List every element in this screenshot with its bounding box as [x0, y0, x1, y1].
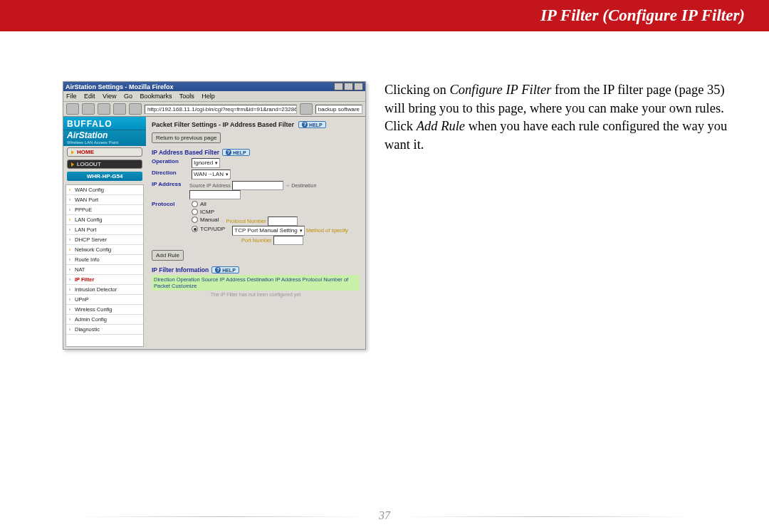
chevron-icon: › — [66, 236, 73, 243]
chevron-icon: › — [66, 296, 73, 303]
url-input[interactable]: http://192.168.11.1/cgi-bin/cgi?req=frm&… — [145, 105, 297, 114]
logout-label: LOGOUT — [77, 161, 101, 167]
direction-select[interactable]: WAN→LAN — [192, 169, 231, 179]
menu-help[interactable]: Help — [202, 93, 215, 100]
menu-file[interactable]: File — [66, 93, 77, 100]
sidebar-item-label: Intrusion Detector — [73, 285, 143, 294]
label-ipaddress: IP Address — [152, 181, 189, 187]
sidebar-item[interactable]: ›Route Info — [66, 255, 143, 265]
sidebar-item[interactable]: ›WAN Port — [66, 195, 143, 205]
row-direction: Direction WAN→LAN — [152, 169, 360, 180]
help-button[interactable]: HELP — [222, 149, 250, 156]
sidebar-item[interactable]: ›Admin Config — [66, 315, 143, 325]
manual-page: IP Filter (Configure IP Filter) AirStati… — [0, 0, 769, 532]
reload-button[interactable] — [98, 103, 110, 115]
row-ipaddress: IP Address Source IP Address → Destinati… — [152, 180, 360, 200]
return-button[interactable]: Return to previous page — [152, 132, 221, 143]
sidebar-item-label: UPnP — [73, 295, 143, 304]
maximize-button[interactable] — [344, 83, 353, 90]
table-header: Direction Operation Source IP Address De… — [152, 275, 360, 291]
menu-bookmarks[interactable]: Bookmarks — [140, 93, 172, 100]
panel-title: Packet Filter Settings - IP Address Base… — [152, 121, 294, 128]
radio-manual[interactable]: Manual — [192, 217, 219, 223]
panel-heading: Packet Filter Settings - IP Address Base… — [152, 121, 360, 128]
radio-all[interactable]: All — [192, 201, 206, 207]
browser-window: AirStation Settings - Mozilla Firefox Fi… — [63, 81, 366, 350]
help-button[interactable]: HELP — [211, 266, 239, 273]
sidebar-item-label: Route Info — [73, 255, 143, 264]
sidebar-item-label: NAT — [73, 265, 143, 274]
chevron-icon: › — [66, 266, 73, 273]
sidebar-item[interactable]: ›WAN Config — [66, 185, 143, 195]
protocol-number-input[interactable] — [268, 217, 298, 226]
sidebar-item[interactable]: ›IP Filter — [66, 275, 143, 285]
back-button[interactable] — [66, 103, 79, 115]
ip-source-input[interactable] — [232, 181, 283, 190]
sidebar-item-label: Wireless Config — [73, 305, 143, 314]
sidebar-item-label: WAN Port — [73, 195, 143, 204]
search-input[interactable]: backup software — [315, 105, 362, 114]
sidebar-item[interactable]: ›DHCP Server — [66, 235, 143, 245]
close-button[interactable] — [354, 83, 363, 90]
ip-dest-label: → Destination — [285, 183, 316, 188]
sidebar-item-label: Diagnostic — [73, 325, 143, 334]
menu-tools[interactable]: Tools — [179, 93, 194, 100]
chevron-icon: › — [66, 276, 73, 283]
section-ip-info: IP Filter Information HELP — [152, 266, 360, 273]
port-method-select[interactable]: TCP Port Manual Setting — [232, 226, 304, 236]
sidebar-item-label: PPPoE — [73, 205, 143, 214]
chevron-icon: › — [66, 197, 73, 203]
port-number-input[interactable] — [273, 236, 303, 245]
row-protocol: Protocol All ICMP Manual Protocol Number — [152, 200, 360, 246]
ip-dest-input[interactable] — [189, 190, 241, 199]
sidebar-item[interactable]: ›Network Config — [66, 245, 143, 255]
main-panel: Packet Filter Settings - IP Address Base… — [146, 117, 365, 349]
window-title: AirStation Settings - Mozilla Firefox — [66, 83, 174, 90]
sidebar-item[interactable]: ›Intrusion Detector — [66, 285, 143, 295]
page-number-value: 37 — [379, 509, 390, 521]
sidebar-item[interactable]: ›PPPoE — [66, 205, 143, 215]
operation-select[interactable]: Ignored — [192, 158, 220, 168]
brand-airstation: AirStation Wireless LAN Access Point — [63, 130, 146, 146]
sidebar-item[interactable]: ›NAT — [66, 265, 143, 275]
chevron-icon: › — [66, 316, 73, 323]
menu-view[interactable]: View — [103, 93, 116, 100]
radio-icmp-label: ICMP — [200, 209, 214, 215]
desc-t1: Clicking on — [384, 83, 449, 97]
go-button[interactable] — [300, 103, 313, 115]
home-button[interactable] — [129, 103, 142, 115]
sidebar-item[interactable]: ›LAN Port — [66, 225, 143, 235]
add-rule-button[interactable]: Add Rule — [152, 250, 184, 261]
arrow-icon — [71, 150, 74, 155]
brand-subtitle: Wireless LAN Access Point — [67, 140, 142, 145]
address-bar: http://192.168.11.1/cgi-bin/cgi?req=frm&… — [63, 102, 365, 117]
window-titlebar: AirStation Settings - Mozilla Firefox — [63, 82, 365, 91]
sidebar-item-label: IP Filter — [73, 275, 143, 284]
forward-button[interactable] — [82, 103, 95, 115]
radio-tcpudp[interactable]: TCP/UDP — [192, 226, 225, 232]
minimize-button[interactable] — [334, 83, 343, 90]
ip-source-label: Source IP Address — [189, 183, 231, 188]
stop-button[interactable] — [113, 103, 126, 115]
sidebar-item-label: LAN Port — [73, 225, 143, 234]
router-page: BUFFALO AirStation Wireless LAN Access P… — [63, 117, 365, 349]
section2-label: IP Filter Information — [152, 266, 209, 273]
protocol-number-label: Protocol Number — [226, 218, 266, 224]
chevron-icon: › — [66, 306, 73, 313]
brand-buffalo: BUFFALO — [63, 117, 146, 130]
help-button[interactable]: HELP — [298, 121, 326, 128]
logout-nav-button[interactable]: LOGOUT — [67, 160, 142, 169]
sidebar-item[interactable]: ›LAN Config — [66, 215, 143, 225]
home-nav-button[interactable]: HOME — [67, 147, 142, 157]
page-header: IP Filter (Configure IP Filter) — [0, 0, 769, 31]
row-operation: Operation Ignored — [152, 157, 360, 169]
sidebar-item[interactable]: ›Wireless Config — [66, 305, 143, 315]
chevron-icon: › — [66, 187, 73, 193]
radio-icmp[interactable]: ICMP — [192, 209, 214, 215]
sidebar-item[interactable]: ›UPnP — [66, 295, 143, 305]
description-text: Clicking on Configure IP Filter from the… — [384, 81, 728, 350]
menu-edit[interactable]: Edit — [84, 93, 95, 100]
desc-i1: Configure IP Filter — [449, 83, 551, 97]
menu-go[interactable]: Go — [124, 93, 132, 100]
sidebar-item[interactable]: ›Diagnostic — [66, 325, 143, 335]
